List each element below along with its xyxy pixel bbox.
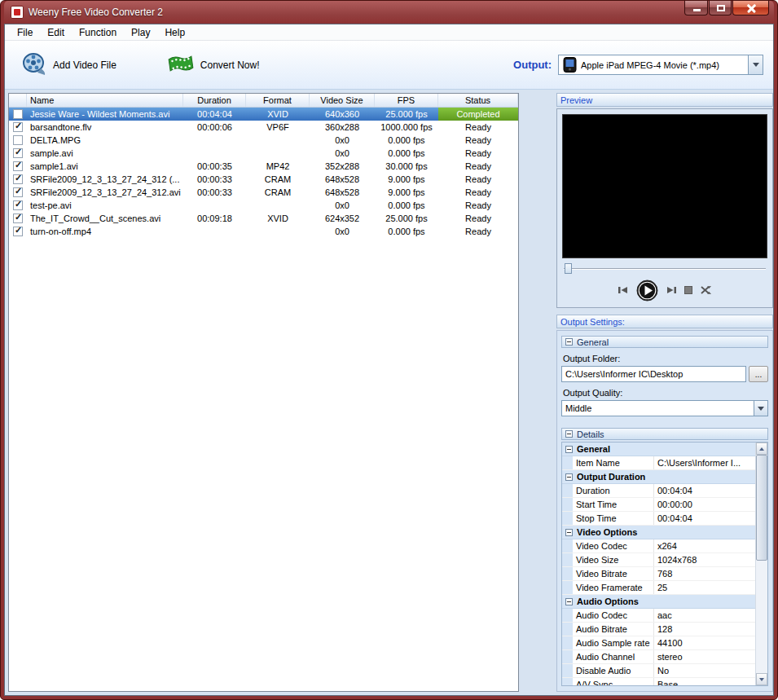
menu-play[interactable]: Play bbox=[124, 24, 157, 41]
output-folder-input[interactable] bbox=[561, 366, 746, 382]
header-video-size[interactable]: Video Size bbox=[310, 94, 375, 107]
header-format[interactable]: Format bbox=[246, 94, 310, 107]
row-indent bbox=[562, 498, 573, 511]
collapse-icon[interactable] bbox=[565, 446, 573, 453]
seek-slider-thumb[interactable] bbox=[565, 263, 572, 274]
details-item-row[interactable]: Audio Channel stereo bbox=[562, 650, 755, 664]
details-item-row[interactable]: Duration 00:04:04 bbox=[562, 484, 755, 498]
details-item-row[interactable]: Disable Audio No bbox=[562, 664, 755, 678]
shuffle-button[interactable] bbox=[700, 285, 712, 295]
chevron-down-icon bbox=[753, 63, 759, 67]
cell-video-size: 648x528 bbox=[310, 186, 375, 199]
collapse-icon[interactable] bbox=[565, 338, 573, 346]
output-label: Output: bbox=[513, 59, 552, 71]
header-status[interactable]: Status bbox=[438, 94, 518, 107]
row-checkbox[interactable] bbox=[13, 174, 23, 184]
details-category-row[interactable]: Audio Options bbox=[562, 595, 755, 609]
header-duration[interactable]: Duration bbox=[183, 94, 246, 107]
row-checkbox[interactable] bbox=[13, 148, 23, 158]
preview-header: Preview bbox=[556, 93, 773, 107]
play-button[interactable] bbox=[636, 280, 658, 302]
menu-help[interactable]: Help bbox=[157, 24, 192, 41]
collapse-icon[interactable] bbox=[565, 529, 573, 536]
details-item-row[interactable]: Video Bitrate 768 bbox=[562, 567, 755, 581]
menu-function[interactable]: Function bbox=[72, 24, 124, 41]
property-label: Video Bitrate bbox=[573, 567, 654, 580]
minimize-button[interactable] bbox=[684, 1, 708, 15]
cell-fps: 0.000 fps bbox=[375, 147, 438, 160]
combobox-dropdown-button[interactable] bbox=[748, 55, 763, 74]
quality-dropdown-button[interactable] bbox=[754, 401, 767, 416]
scroll-down-button[interactable] bbox=[756, 673, 767, 685]
previous-button[interactable] bbox=[618, 286, 629, 294]
menu-edit[interactable]: Edit bbox=[40, 24, 72, 41]
details-item-row[interactable]: A/V Sync Base bbox=[562, 678, 755, 685]
table-row[interactable]: DELTA.MPG 0x0 0.000 fps Ready bbox=[9, 134, 518, 147]
collapse-icon[interactable] bbox=[565, 430, 573, 438]
stop-button[interactable] bbox=[684, 286, 692, 294]
scroll-up-button[interactable] bbox=[756, 442, 767, 455]
row-checkbox[interactable] bbox=[13, 227, 23, 236]
output-settings-header: Output Settings: bbox=[556, 315, 773, 328]
cell-video-size: 648x528 bbox=[310, 173, 375, 186]
row-checkbox[interactable] bbox=[13, 161, 23, 171]
details-category-row[interactable]: General bbox=[562, 442, 755, 456]
details-item-row[interactable]: Start Time 00:00:00 bbox=[562, 498, 755, 512]
row-indent bbox=[562, 539, 573, 553]
details-item-row[interactable]: Audio Codec aac bbox=[562, 609, 755, 623]
table-row[interactable]: SRFile2009_12_3_13_27_24_312.avi 00:00:3… bbox=[9, 186, 518, 199]
table-row[interactable]: barsandtone.flv 00:00:06 VP6F 360x288 10… bbox=[9, 121, 518, 134]
maximize-button[interactable] bbox=[709, 1, 732, 15]
table-row[interactable]: The_IT_Crowd__Cut_scenes.avi 00:09:18 XV… bbox=[9, 212, 518, 225]
maximize-icon bbox=[717, 5, 725, 11]
output-quality-select[interactable]: Middle bbox=[561, 400, 768, 416]
details-item-row[interactable]: Video Codec x264 bbox=[562, 539, 755, 553]
film-reel-icon bbox=[21, 51, 47, 79]
row-checkbox[interactable] bbox=[13, 135, 23, 145]
table-row[interactable]: SRFile2009_12_3_13_27_24_312 (... 00:00:… bbox=[9, 173, 518, 186]
browse-button[interactable]: ... bbox=[749, 366, 768, 382]
seek-slider-track[interactable] bbox=[564, 268, 766, 270]
cell-fps: 0.000 fps bbox=[375, 225, 438, 238]
next-button[interactable] bbox=[666, 286, 677, 294]
property-value: 25 bbox=[654, 583, 755, 592]
scrollbar-track[interactable] bbox=[756, 455, 767, 673]
row-checkbox[interactable] bbox=[13, 109, 23, 119]
output-format-combobox[interactable]: Apple iPad MPEG-4 Movie (*.mp4) bbox=[558, 55, 763, 75]
row-checkbox[interactable] bbox=[13, 200, 23, 210]
close-button[interactable] bbox=[732, 1, 769, 15]
table-row[interactable]: test-pe.avi 0x0 0.000 fps Ready bbox=[9, 199, 518, 212]
cell-name: Jessie Ware - Wildest Moments.avi bbox=[27, 108, 183, 121]
table-row[interactable]: Jessie Ware - Wildest Moments.avi 00:04:… bbox=[9, 108, 518, 121]
seek-slider[interactable] bbox=[564, 262, 766, 275]
menu-file[interactable]: File bbox=[10, 24, 40, 41]
details-item-row[interactable]: Audio Bitrate 128 bbox=[562, 623, 755, 636]
details-item-row[interactable]: Stop Time 00:04:04 bbox=[562, 512, 755, 526]
table-row[interactable]: sample.avi 0x0 0.000 fps Ready bbox=[9, 147, 518, 160]
right-panel: Preview bbox=[556, 93, 773, 692]
scrollbar-thumb[interactable] bbox=[756, 455, 767, 561]
header-name[interactable]: Name bbox=[27, 94, 183, 107]
details-item-row[interactable]: Video Size 1024x768 bbox=[562, 553, 755, 567]
details-category-row[interactable]: Output Duration bbox=[562, 470, 755, 484]
add-video-file-button[interactable]: Add Video File bbox=[15, 47, 123, 82]
collapse-icon[interactable] bbox=[565, 598, 573, 605]
details-item-row[interactable]: Video Framerate 25 bbox=[562, 581, 755, 595]
row-checkbox[interactable] bbox=[13, 122, 23, 132]
details-item-row[interactable]: Audio Sample rate 44100 bbox=[562, 636, 755, 650]
cell-format: CRAM bbox=[246, 173, 310, 186]
details-category-row[interactable]: Video Options bbox=[562, 526, 755, 539]
cell-name: SRFile2009_12_3_13_27_24_312.avi bbox=[27, 186, 183, 199]
details-group-bar[interactable]: Details bbox=[561, 428, 768, 440]
row-checkbox[interactable] bbox=[13, 214, 23, 223]
convert-now-button[interactable]: Convert Now! bbox=[160, 48, 266, 81]
row-checkbox[interactable] bbox=[13, 187, 23, 197]
details-scrollbar bbox=[755, 442, 767, 685]
header-fps[interactable]: FPS bbox=[375, 94, 438, 107]
table-row[interactable]: sample1.avi 00:00:35 MP42 352x288 30.000… bbox=[9, 160, 518, 173]
details-item-row[interactable]: Item Name C:\Users\Informer I... bbox=[562, 456, 755, 470]
table-row[interactable]: turn-on-off.mp4 0x0 0.000 fps Ready bbox=[9, 225, 518, 238]
collapse-icon[interactable] bbox=[565, 473, 573, 481]
header-checkbox-column[interactable] bbox=[9, 94, 27, 107]
general-group-bar[interactable]: General bbox=[561, 336, 768, 348]
